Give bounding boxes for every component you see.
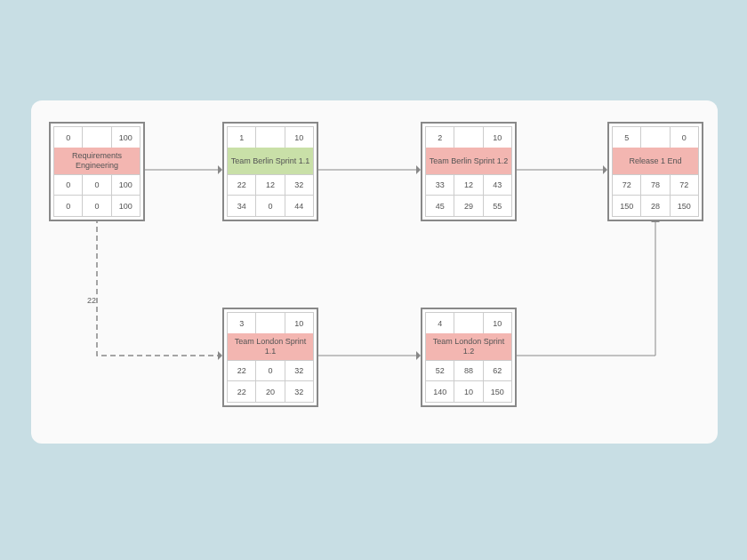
cell: 10 <box>483 312 512 333</box>
cell: 33 <box>425 174 454 196</box>
cell: 45 <box>425 196 454 217</box>
cell: 20 <box>255 381 284 403</box>
activity-node[interactable]: 110Team Berlin Sprint 1.122123234044 <box>222 122 318 221</box>
node-title: Team London Sprint 1.2 <box>425 333 512 360</box>
cell: 22 <box>227 360 255 381</box>
node-title: Team Berlin Sprint 1.1 <box>227 148 314 174</box>
cell: 0 <box>255 360 284 381</box>
activity-node[interactable]: 0100Requirements Engineering0010000100 <box>49 122 145 221</box>
cell <box>454 312 482 333</box>
node-title: Requirements Engineering <box>53 148 141 174</box>
cell: 0 <box>82 196 110 217</box>
cell: 10 <box>285 126 314 148</box>
cell: 12 <box>255 174 284 196</box>
cell: 10 <box>285 312 314 333</box>
cell: 10 <box>483 126 512 148</box>
cell: 1 <box>227 126 255 148</box>
cell: 0 <box>53 196 82 217</box>
cell: 4 <box>425 312 454 333</box>
cell: 55 <box>483 196 512 217</box>
cell: 72 <box>670 174 699 196</box>
cell: 100 <box>111 126 141 148</box>
cell: 0 <box>53 126 82 148</box>
cell: 34 <box>227 196 255 217</box>
diagram-canvas: 0100Requirements Engineering001000010011… <box>31 100 718 444</box>
cell: 22 <box>227 381 255 403</box>
cell: 44 <box>285 196 314 217</box>
node-title: Team Berlin Sprint 1.2 <box>425 148 512 174</box>
cell: 52 <box>425 360 454 381</box>
cell: 150 <box>612 196 640 217</box>
cell: 3 <box>227 312 255 333</box>
cell: 5 <box>612 126 640 148</box>
cell: 28 <box>640 196 669 217</box>
cell <box>255 126 284 148</box>
cell: 88 <box>454 360 482 381</box>
cell: 0 <box>670 126 699 148</box>
cell <box>454 126 482 148</box>
cell: 100 <box>111 196 141 217</box>
cell: 100 <box>111 174 141 196</box>
cell: 32 <box>285 381 314 403</box>
cell: 2 <box>425 126 454 148</box>
node-title: Release 1 End <box>612 148 699 174</box>
cell: 32 <box>285 174 314 196</box>
cell <box>640 126 669 148</box>
cell: 0 <box>82 174 110 196</box>
cell <box>255 312 284 333</box>
activity-node[interactable]: 210Team Berlin Sprint 1.2331243452955 <box>421 122 517 221</box>
cell: 140 <box>425 381 454 403</box>
activity-node[interactable]: 310Team London Sprint 1.122032222032 <box>222 308 318 407</box>
cell: 32 <box>285 360 314 381</box>
cell: 78 <box>640 174 669 196</box>
node-title: Team London Sprint 1.1 <box>227 333 314 360</box>
cell: 0 <box>53 174 82 196</box>
cell: 12 <box>454 174 482 196</box>
activity-node[interactable]: 410Team London Sprint 1.252886214010150 <box>421 308 517 407</box>
cell: 10 <box>454 381 482 403</box>
activity-node[interactable]: 50Release 1 End72787215028150 <box>607 122 703 221</box>
cell: 43 <box>483 174 512 196</box>
cell: 72 <box>612 174 640 196</box>
cell: 150 <box>483 381 512 403</box>
cell: 62 <box>483 360 512 381</box>
cell: 150 <box>670 196 699 217</box>
cell <box>82 126 110 148</box>
cell: 29 <box>454 196 482 217</box>
cell: 22 <box>227 174 255 196</box>
edge-label: 22 <box>87 296 96 305</box>
cell: 0 <box>255 196 284 217</box>
